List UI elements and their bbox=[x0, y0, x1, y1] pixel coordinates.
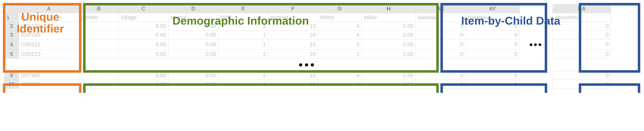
cell[interactable]: 16 bbox=[268, 31, 318, 39]
cell[interactable]: 0.00 bbox=[168, 71, 218, 80]
col-letter-AX[interactable]: AX bbox=[416, 4, 466, 13]
cell-id[interactable]: I208031 bbox=[19, 80, 79, 89]
col-letter-BA[interactable]: BA bbox=[553, 4, 611, 13]
col-letter-AY[interactable]: AY bbox=[466, 4, 520, 13]
cell[interactable]: 16 bbox=[268, 80, 318, 89]
header-baabaau[interactable]: baabaau bbox=[466, 13, 520, 22]
cell[interactable]: 0.00 bbox=[168, 80, 218, 89]
cell-id[interactable]: I100212 bbox=[19, 39, 79, 50]
cell-id[interactable]: I100233 bbox=[19, 50, 79, 59]
cell[interactable]: 0.00 bbox=[168, 39, 218, 50]
cell[interactable]: 0 bbox=[416, 80, 466, 89]
vertical-ellipsis: ••• bbox=[4, 59, 611, 71]
cell[interactable]: 0 bbox=[553, 31, 611, 39]
annotated-spreadsheet: A B C D E F G H AX AY BA 1 id gender cdi… bbox=[4, 4, 640, 89]
cell[interactable]: 4 bbox=[318, 80, 362, 89]
cell[interactable]: 0 bbox=[466, 50, 520, 59]
col-letter-D[interactable]: D bbox=[168, 4, 218, 13]
cell[interactable]: 0 bbox=[416, 31, 466, 39]
cell[interactable] bbox=[79, 80, 118, 89]
cell[interactable]: 2.00 bbox=[362, 71, 416, 80]
row-number[interactable]: 5 bbox=[4, 50, 19, 59]
cell[interactable]: 0 bbox=[416, 39, 466, 50]
column-letter-row: A B C D E F G H AX AY BA bbox=[4, 4, 611, 13]
cell[interactable]: 0 bbox=[553, 80, 611, 89]
header-gender[interactable]: gender bbox=[79, 13, 118, 22]
cell[interactable]: 2.00 bbox=[362, 50, 416, 59]
cell[interactable]: 0 bbox=[466, 71, 520, 80]
cell[interactable]: 1 bbox=[466, 80, 520, 89]
cell[interactable]: 0 bbox=[416, 50, 466, 59]
header-source[interactable]: source bbox=[168, 13, 218, 22]
cell[interactable]: 8.00 bbox=[118, 71, 168, 80]
row-number[interactable]: 3 bbox=[4, 31, 19, 39]
cell[interactable]: 14 bbox=[268, 71, 318, 80]
header-ethnic[interactable]: ethnic bbox=[318, 13, 362, 22]
cell[interactable]: 3 bbox=[218, 80, 268, 89]
cell[interactable]: 0 bbox=[553, 71, 611, 80]
row-number[interactable]: 2 bbox=[4, 22, 19, 31]
header-name-row: 1 id gender cdiage source birth momed et… bbox=[4, 13, 611, 22]
cell[interactable]: 2.00 bbox=[362, 39, 416, 50]
cell[interactable]: 0 bbox=[553, 50, 611, 59]
cell[interactable]: 0 bbox=[466, 31, 520, 39]
cell[interactable]: 0 bbox=[416, 22, 466, 31]
col-letter-G[interactable]: G bbox=[318, 4, 362, 13]
cell[interactable]: 0 bbox=[416, 71, 466, 80]
cell[interactable]: 2.00 bbox=[362, 22, 416, 31]
cell[interactable]: 2.00 bbox=[362, 31, 416, 39]
cell[interactable]: 8.00 bbox=[118, 50, 168, 59]
cell[interactable]: 0.00 bbox=[168, 50, 218, 59]
cell[interactable]: 0 bbox=[553, 22, 611, 31]
header-id[interactable]: id bbox=[19, 13, 79, 22]
cell[interactable]: 1 bbox=[218, 31, 268, 39]
cell[interactable] bbox=[79, 31, 118, 39]
cell[interactable] bbox=[79, 39, 118, 50]
cell-id[interactable]: I100189 bbox=[19, 31, 79, 39]
header-baabaap[interactable]: baabaap bbox=[416, 13, 466, 22]
cell[interactable]: 1 bbox=[318, 50, 362, 59]
row-number[interactable]: 9 bbox=[4, 71, 19, 80]
cell[interactable] bbox=[79, 22, 118, 31]
cell[interactable]: 4 bbox=[318, 22, 362, 31]
header-edlev[interactable]: edlev bbox=[362, 13, 416, 22]
cell[interactable]: 0.00 bbox=[168, 22, 218, 31]
cell[interactable]: 2.00 bbox=[362, 80, 416, 89]
row-number[interactable]: 4 bbox=[4, 39, 19, 50]
cell[interactable]: 8.00 bbox=[118, 31, 168, 39]
col-letter-F[interactable]: F bbox=[268, 4, 318, 13]
header-cdiage[interactable]: cdiage bbox=[118, 13, 168, 22]
select-all-corner[interactable] bbox=[4, 4, 19, 13]
cell[interactable]: 0 bbox=[466, 22, 520, 31]
cell[interactable]: 16 bbox=[268, 39, 318, 50]
cell[interactable]: 3 bbox=[318, 39, 362, 50]
cell[interactable] bbox=[79, 50, 118, 59]
cell[interactable]: 13 bbox=[268, 22, 318, 31]
cell[interactable] bbox=[79, 71, 118, 80]
col-letter-B[interactable]: B bbox=[79, 4, 118, 13]
cell[interactable]: 8.00 bbox=[118, 39, 168, 50]
cell[interactable]: 1 bbox=[218, 39, 268, 50]
cell[interactable]: 8.00 bbox=[118, 22, 168, 31]
cell[interactable]: 2 bbox=[218, 50, 268, 59]
cell-id[interactable]: I100159 bbox=[19, 22, 79, 31]
cell[interactable]: 0.00 bbox=[168, 31, 218, 39]
header-birth[interactable]: birth bbox=[218, 13, 268, 22]
row-number[interactable]: 10 bbox=[4, 80, 19, 89]
col-letter-A[interactable]: A bbox=[19, 4, 79, 13]
cell[interactable]: 0 bbox=[553, 39, 611, 50]
col-letter-H[interactable]: H bbox=[362, 4, 416, 13]
cell[interactable]: 8.00 bbox=[118, 80, 168, 89]
cell[interactable]: 4 bbox=[318, 31, 362, 39]
cell[interactable]: 2 bbox=[218, 22, 268, 31]
header-choochou[interactable]: choochou bbox=[553, 13, 611, 22]
header-momed[interactable]: momed bbox=[268, 13, 318, 22]
cell[interactable]: 16 bbox=[268, 50, 318, 59]
row-number-1[interactable]: 1 bbox=[4, 13, 19, 22]
cell[interactable]: 2 bbox=[218, 71, 268, 80]
cell[interactable]: 4 bbox=[318, 71, 362, 80]
col-letter-C[interactable]: C bbox=[118, 4, 168, 13]
cell[interactable]: 0 bbox=[466, 39, 520, 50]
cell-id[interactable]: I207985 bbox=[19, 71, 79, 80]
col-letter-E[interactable]: E bbox=[218, 4, 268, 13]
